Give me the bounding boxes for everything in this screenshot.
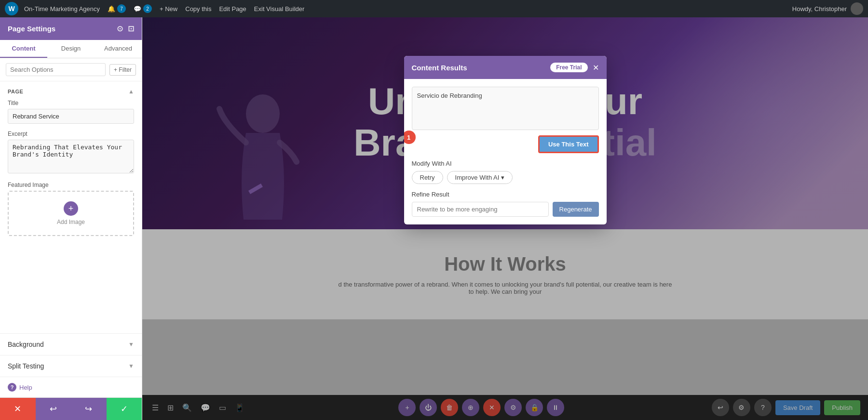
background-title: Background: [8, 341, 44, 348]
sidebar-header: Page Settings ⊙ ⊡: [0, 17, 142, 40]
sidebar-title: Page Settings: [8, 25, 55, 33]
bottom-actions: ✕ ↩ ↪ ✓: [0, 397, 142, 420]
copy-this[interactable]: Copy this: [185, 5, 211, 13]
modal-header-right: Free Trial ✕: [550, 63, 598, 72]
comments[interactable]: 💬 2: [134, 4, 152, 13]
new-button[interactable]: + New: [160, 5, 177, 13]
refine-input[interactable]: [412, 202, 549, 217]
modal-header: Content Results Free Trial ✕: [404, 56, 607, 79]
sidebar-content: Page ▲ Title Excerpt Rebranding That Ele…: [0, 81, 142, 333]
top-bar-items: On-Time Marketing Agency 🔔 7 💬 2 + New C…: [24, 4, 787, 13]
modal-close-button[interactable]: ✕: [593, 63, 599, 72]
confirm-button[interactable]: ✓: [107, 398, 142, 420]
step-badge: 1: [404, 131, 416, 144]
page-section: Page ▲ Title Excerpt Rebranding That Ele…: [8, 88, 134, 236]
use-btn-container: 1 Use This Text: [412, 135, 599, 153]
edit-page[interactable]: Edit Page: [219, 5, 246, 13]
help-label: Help: [19, 384, 32, 391]
modal-content-textarea[interactable]: Servicio de Rebranding: [412, 87, 599, 130]
title-input[interactable]: [8, 109, 134, 124]
improve-button[interactable]: Improve With AI ▾: [447, 171, 513, 184]
expand-icon[interactable]: ⊡: [128, 24, 134, 33]
split-testing-arrow: ▼: [128, 363, 134, 369]
modal-overlay: Content Results Free Trial ✕ Servicio de…: [142, 17, 868, 420]
add-image-plus-icon: +: [64, 201, 78, 216]
cancel-button[interactable]: ✕: [0, 398, 36, 420]
add-image-text: Add Image: [57, 219, 85, 225]
refine-row: Regenerate: [412, 202, 599, 217]
background-section: Background ▼: [0, 333, 142, 355]
title-field-group: Title: [8, 100, 134, 124]
section-toggle-page[interactable]: ▲: [128, 88, 134, 95]
help-section[interactable]: ? Help: [0, 377, 142, 397]
top-bar-right: Howdy, Christopher: [792, 2, 863, 15]
canvas-area: SERVICE: COMPANY REBRAND Unlocking Your …: [142, 17, 868, 420]
undo-button[interactable]: ↩: [36, 398, 71, 420]
tab-content[interactable]: Content: [0, 40, 47, 58]
add-image-button[interactable]: + Add Image: [8, 191, 134, 236]
tab-design[interactable]: Design: [47, 40, 95, 58]
modify-label: Modify With AI: [412, 160, 599, 167]
notifications[interactable]: 🔔 7: [108, 4, 126, 13]
sidebar-header-icons: ⊙ ⊡: [117, 24, 134, 33]
help-icon: ?: [8, 383, 16, 392]
content-results-modal: Content Results Free Trial ✕ Servicio de…: [404, 56, 607, 224]
featured-image-label: Featured Image: [8, 182, 134, 188]
main-layout: Page Settings ⊙ ⊡ Content Design Advance…: [0, 0, 868, 420]
modify-buttons: Retry Improve With AI ▾: [412, 171, 599, 184]
excerpt-textarea[interactable]: Rebranding That Elevates Your Brand's Id…: [8, 140, 134, 173]
tab-advanced[interactable]: Advanced: [95, 40, 142, 58]
chevron-down-icon: ▾: [501, 174, 504, 181]
site-name[interactable]: On-Time Marketing Agency: [24, 5, 100, 13]
redo-button[interactable]: ↪: [71, 398, 107, 420]
settings-icon[interactable]: ⊙: [117, 24, 123, 33]
refine-label: Refine Result: [412, 191, 599, 198]
user-avatar[interactable]: [851, 2, 863, 15]
use-this-text-button[interactable]: Use This Text: [538, 135, 599, 153]
section-header-page: Page ▲: [8, 88, 134, 95]
split-testing-title: Split Testing: [8, 362, 44, 370]
wp-icon[interactable]: W: [5, 2, 18, 15]
background-header[interactable]: Background ▼: [8, 341, 134, 348]
search-input[interactable]: [6, 63, 106, 76]
sidebar-tabs: Content Design Advanced: [0, 40, 142, 58]
regenerate-button[interactable]: Regenerate: [553, 202, 599, 217]
sidebar: Page Settings ⊙ ⊡ Content Design Advance…: [0, 17, 142, 420]
featured-image-section: Featured Image + Add Image: [8, 182, 134, 236]
filter-button[interactable]: + Filter: [109, 64, 136, 76]
excerpt-field-group: Excerpt Rebranding That Elevates Your Br…: [8, 131, 134, 175]
refine-section: Refine Result Regenerate: [412, 191, 599, 217]
retry-button[interactable]: Retry: [412, 171, 443, 184]
background-arrow: ▼: [128, 341, 134, 348]
excerpt-label: Excerpt: [8, 131, 134, 137]
split-testing-section: Split Testing ▼: [0, 355, 142, 377]
section-title-page: Page: [8, 89, 23, 94]
free-trial-badge[interactable]: Free Trial: [550, 63, 587, 72]
modify-section: Modify With AI Retry Improve With AI ▾: [412, 160, 599, 184]
modal-title: Content Results: [412, 64, 467, 72]
split-testing-header[interactable]: Split Testing ▼: [8, 362, 134, 370]
title-label: Title: [8, 100, 134, 106]
sidebar-search-bar: + Filter: [0, 58, 142, 81]
modal-body: Servicio de Rebranding 1 Use This Text M…: [404, 79, 607, 224]
exit-builder[interactable]: Exit Visual Builder: [254, 5, 305, 13]
top-bar: W On-Time Marketing Agency 🔔 7 💬 2 + New…: [0, 0, 868, 17]
